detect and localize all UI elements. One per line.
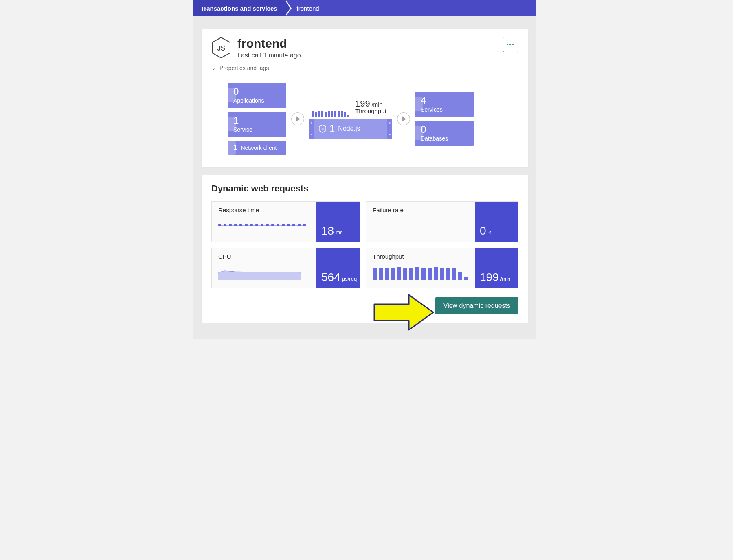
metric-unit: % <box>488 229 493 235</box>
metric-value-box: 564 µs/req <box>316 248 360 288</box>
flow-tile-label: Services <box>421 106 469 113</box>
more-icon: ••• <box>507 41 515 48</box>
flow-tile-value: 1 <box>233 116 281 125</box>
metric-name: Failure rate <box>373 206 468 213</box>
flow-tile-databases[interactable]: 0 Databases <box>415 121 474 146</box>
cta-row: View dynamic requests <box>211 297 518 314</box>
flow-tile-label: Network client <box>241 145 277 151</box>
metric-value: 0 <box>480 225 486 237</box>
flow-tile-value: 0 <box>421 125 469 134</box>
metric-value-box: 0 % <box>475 202 518 242</box>
flow-callees-stack: 4 Services 0 Databases <box>415 92 474 146</box>
metrics-grid: Response time 18 <box>211 201 518 288</box>
metric-value-box: 18 ms <box>316 202 360 242</box>
node-count: 1 <box>329 123 335 134</box>
flow-center: 199 /min Throughput JS <box>309 99 392 139</box>
throughput-unit: /min <box>372 101 382 108</box>
flow-tile-value: 1 <box>233 143 237 152</box>
flow-tile-network-client[interactable]: 1 Network client <box>228 141 286 155</box>
svg-text:JS: JS <box>217 45 225 52</box>
metric-failure-rate[interactable]: Failure rate 0 % <box>366 201 518 242</box>
section-title: Dynamic web requests <box>211 183 518 194</box>
last-call-label: Last call 1 minute ago <box>237 52 503 59</box>
metric-value-box: 199 /min <box>475 248 518 288</box>
metric-value: 564 <box>321 272 340 283</box>
flow-tile-label: Databases <box>421 135 469 142</box>
metric-unit: µs/req <box>342 276 357 282</box>
cpu-sparkline <box>218 264 301 280</box>
annotation-arrow-icon <box>370 290 435 335</box>
flow-tile-value: 4 <box>421 96 469 105</box>
metric-name: CPU <box>218 253 310 260</box>
nodejs-small-icon: JS <box>319 125 326 133</box>
flow-tile-label: Service <box>233 126 281 133</box>
service-flow: 0 Applications 1 Service 1 Network clien… <box>211 81 518 159</box>
metric-name: Throughput <box>373 253 468 260</box>
svg-marker-5 <box>402 116 406 121</box>
divider <box>274 68 518 68</box>
metric-value: 18 <box>321 225 334 237</box>
metric-unit: /min <box>500 276 511 282</box>
flow-tile-applications[interactable]: 0 Applications <box>228 83 286 108</box>
flow-callers-stack: 0 Applications 1 Service 1 Network clien… <box>228 83 286 155</box>
flow-tile-service[interactable]: 1 Service <box>228 112 286 137</box>
dynamic-requests-card: Dynamic web requests Response time <box>202 175 528 323</box>
flow-node[interactable]: JS 1 Node.js <box>309 119 392 139</box>
node-label: Node.js <box>338 125 360 132</box>
metric-throughput[interactable]: Throughput <box>366 248 518 288</box>
properties-label: Properties and tags <box>219 65 269 71</box>
flow-expand-right-button[interactable] <box>397 112 410 125</box>
node-cap-right <box>387 119 392 139</box>
play-icon <box>402 116 406 121</box>
flow-tile-value: 0 <box>233 87 281 97</box>
flow-expand-left-button[interactable] <box>291 112 304 125</box>
flow-tile-services[interactable]: 4 Services <box>415 92 474 117</box>
play-icon <box>296 116 301 121</box>
svg-text:JS: JS <box>321 127 325 130</box>
flow-tile-label: Applications <box>233 97 281 104</box>
breadcrumb: Transactions and services frontend <box>193 0 536 16</box>
throughput-sparkline <box>373 264 468 280</box>
metric-cpu[interactable]: CPU 564 µs/req <box>211 248 360 288</box>
service-title: frontend <box>237 37 503 50</box>
metric-value: 199 <box>480 272 499 283</box>
breadcrumb-root-label: Transactions and services <box>201 5 277 12</box>
nodejs-icon: JS <box>211 37 231 59</box>
service-overview-card: JS frontend Last call 1 minute ago ••• ⌄… <box>202 29 528 167</box>
svg-marker-2 <box>296 116 300 121</box>
throughput-sparkline <box>312 110 349 117</box>
view-dynamic-requests-button[interactable]: View dynamic requests <box>435 297 518 314</box>
throughput-label: Throughput <box>355 108 386 114</box>
node-cap-left <box>309 119 314 139</box>
response-time-sparkline <box>218 224 306 226</box>
more-actions-button[interactable]: ••• <box>503 37 518 52</box>
breadcrumb-root[interactable]: Transactions and services <box>193 0 285 16</box>
svg-marker-6 <box>374 295 433 330</box>
properties-toggle[interactable]: ⌄ Properties and tags <box>211 65 518 71</box>
metric-response-time[interactable]: Response time 18 <box>211 201 360 242</box>
metric-name: Response time <box>218 206 310 213</box>
chevron-down-icon: ⌄ <box>211 66 216 71</box>
metric-unit: ms <box>336 229 342 235</box>
failure-rate-sparkline <box>373 225 459 225</box>
breadcrumb-current-label: frontend <box>297 5 319 12</box>
cta-label: View dynamic requests <box>443 302 510 309</box>
